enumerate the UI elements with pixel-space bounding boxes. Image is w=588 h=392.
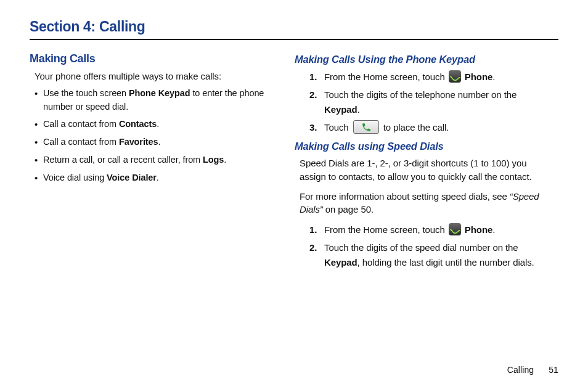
- bold-text: Phone: [465, 224, 492, 235]
- text: .: [224, 155, 226, 165]
- speed-dial-steps: From the Home screen, touch Phone. Touch…: [309, 223, 547, 269]
- text: to place the call.: [381, 122, 449, 133]
- bold-text: Keypad: [324, 257, 357, 267]
- footer-label: Calling: [507, 365, 534, 375]
- two-column-layout: Making Calls Your phone offers multiple …: [30, 52, 558, 276]
- list-item: Return a call, or call a recent caller, …: [35, 153, 282, 167]
- text: Touch the digits of the telephone number…: [324, 89, 517, 100]
- keypad-steps: From the Home screen, touch Phone. Touch…: [309, 70, 547, 134]
- left-column: Making Calls Your phone offers multiple …: [30, 52, 282, 276]
- bold-text: Voice Dialer: [107, 173, 157, 182]
- bold-text: Phone: [465, 71, 492, 82]
- step-item: Touch the digits of the telephone number…: [309, 88, 547, 116]
- text: .: [157, 119, 159, 129]
- right-column: Making Calls Using the Phone Keypad From…: [295, 52, 547, 276]
- text: .: [492, 224, 495, 235]
- list-item: Call a contact from Favorites.: [35, 136, 282, 149]
- intro-paragraph: Your phone offers multiple ways to make …: [35, 70, 282, 83]
- page-footer: Calling51: [507, 365, 558, 375]
- text: .: [157, 173, 159, 182]
- text: Call a contact from: [43, 119, 119, 129]
- text: Use the touch screen: [43, 88, 129, 98]
- speed-dial-xref: For more information about setting speed…: [300, 190, 547, 217]
- step-item: Touch to place the call.: [309, 120, 547, 134]
- heading-using-keypad: Making Calls Using the Phone Keypad: [295, 54, 547, 65]
- text: Voice dial using: [43, 173, 107, 182]
- step-item: From the Home screen, touch Phone.: [309, 70, 547, 84]
- list-item: Use the touch screen Phone Keypad to ent…: [35, 87, 282, 114]
- ways-to-call-list: Use the touch screen Phone Keypad to ent…: [35, 87, 282, 185]
- phone-app-icon: [449, 70, 461, 83]
- text: .: [357, 104, 360, 115]
- step-item: Touch the digits of the speed dial numbe…: [309, 240, 547, 269]
- text: From the Home screen, touch: [324, 71, 447, 82]
- text: Touch: [324, 122, 351, 133]
- page-number: 51: [549, 365, 558, 375]
- phone-app-icon: [449, 223, 461, 235]
- bold-text: Contacts: [119, 119, 157, 129]
- list-item: Voice dial using Voice Dialer.: [35, 171, 282, 185]
- text: For more information about setting speed…: [300, 191, 510, 202]
- speed-dial-paragraph: Speed Dials are 1-, 2-, or 3-digit short…: [300, 157, 547, 184]
- text: Return a call, or call a recent caller, …: [43, 155, 203, 165]
- bold-text: Phone Keypad: [129, 88, 190, 98]
- section-rule: [30, 39, 558, 40]
- handset-icon: [361, 122, 372, 133]
- text: Call a contact from: [43, 137, 119, 147]
- step-item: From the Home screen, touch Phone.: [309, 223, 547, 237]
- text: , holding the last digit until the numbe…: [357, 257, 534, 267]
- text: Touch the digits of the speed dial numbe…: [324, 242, 518, 253]
- bold-text: Logs: [203, 155, 224, 165]
- text: on page 50.: [323, 204, 374, 214]
- text: From the Home screen, touch: [324, 224, 447, 235]
- call-button-icon: [353, 120, 379, 134]
- bold-text: Favorites: [119, 137, 158, 147]
- heading-making-calls: Making Calls: [30, 52, 282, 65]
- list-item: Call a contact from Contacts.: [35, 118, 282, 131]
- bold-text: Keypad: [324, 104, 357, 115]
- manual-page: Section 4: Calling Making Calls Your pho…: [0, 0, 588, 392]
- text: .: [492, 71, 495, 82]
- section-title: Section 4: Calling: [30, 18, 558, 35]
- heading-speed-dials: Making Calls using Speed Dials: [295, 141, 547, 152]
- text: .: [158, 137, 161, 147]
